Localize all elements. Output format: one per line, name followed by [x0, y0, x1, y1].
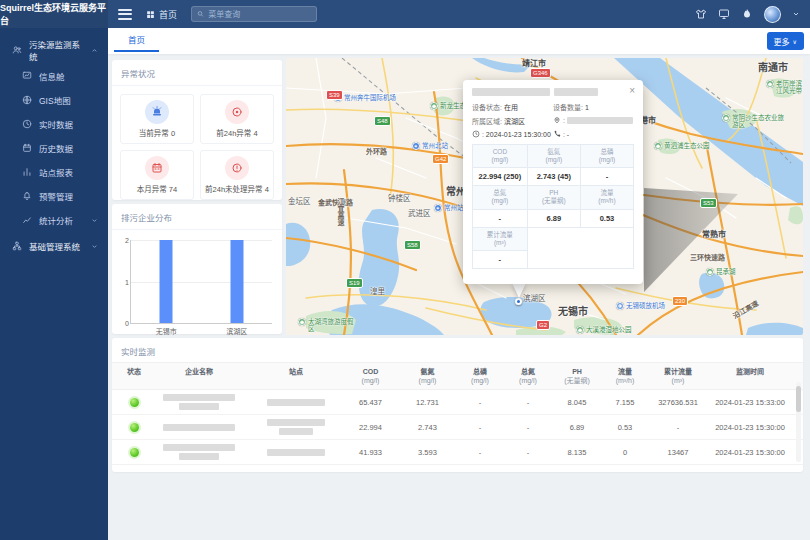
metric-value: -	[580, 168, 633, 186]
search-box[interactable]	[191, 6, 317, 22]
sidebar-item-预警管理[interactable]: 预警管理	[0, 184, 108, 208]
table-cell: 0.53	[602, 423, 648, 432]
table-cell: -	[456, 398, 504, 407]
sidebar-item-GIS地图[interactable]: GIS地图	[0, 88, 108, 112]
status-indicator-normal	[130, 423, 139, 432]
station-name-redacted	[279, 428, 313, 435]
more-button[interactable]: 更多 ∨	[767, 32, 804, 50]
road-badge-S39: S39	[326, 90, 343, 100]
table-cell	[148, 394, 250, 410]
clock-icon	[472, 130, 480, 138]
map-marker-pin[interactable]	[515, 298, 522, 305]
target-icon	[225, 100, 249, 124]
table-cell: 12.731	[399, 398, 456, 407]
sidebar-item-统计分析[interactable]: 统计分析	[0, 208, 108, 232]
screen-layout-icon[interactable]	[718, 8, 730, 20]
table-cell	[250, 449, 342, 456]
chart-bar	[230, 240, 243, 323]
tab-home[interactable]: 首页	[114, 28, 159, 52]
popup-time-value: 2024-01-23 15:30:00	[486, 131, 551, 138]
search-input[interactable]	[208, 10, 311, 19]
table-row[interactable]: 22.9942.743--6.890.53-2024-01-23 15:30:0…	[112, 415, 803, 440]
map-label-常阴沙生态农业旅游区: ♣常阴沙生态农业旅游区	[722, 114, 784, 129]
hamburger-menu-icon[interactable]	[118, 9, 132, 20]
metric-value: -	[473, 209, 528, 227]
map-label-三环快速路: 三环快速路	[690, 254, 725, 262]
table-cell	[148, 424, 250, 431]
table-cell: 2024-01-23 15:30:00	[708, 423, 792, 432]
metric-value: -	[473, 250, 528, 268]
abnormal-card[interactable]: 前24h未处理异常 4	[200, 150, 274, 200]
scrollbar-thumb[interactable]	[796, 386, 801, 412]
abnormal-card[interactable]: 当前异常 0	[120, 94, 194, 144]
abnormal-cards: 当前异常 0前24h异常 4本月异常 74前24h未处理异常 4	[112, 86, 282, 208]
metric-value: 22.994 (250)	[473, 168, 528, 186]
column-header-COD: COD(mg/l)	[342, 367, 399, 385]
poi-label: 常州北站	[422, 142, 448, 149]
table-cell: 8.135	[552, 448, 602, 457]
table-row[interactable]: 41.9333.593--8.1350134672024-01-23 15:30…	[112, 440, 803, 465]
popup-fields: 设备状态: 在用 设备数量: 1 所属区域: 滨湖区 : : 2024-01-2…	[472, 102, 634, 138]
device-count-value: 1	[585, 104, 589, 111]
metric-value: 6.89	[527, 209, 580, 227]
tab-bar: 首页 更多 ∨	[108, 28, 810, 54]
map-label-沿江高速: 沿江高速	[732, 300, 760, 321]
map-label-湟里: 湟里	[370, 288, 385, 297]
avatar[interactable]	[764, 6, 781, 23]
sidebar-item-label: 站点报表	[39, 166, 73, 178]
table-row[interactable]: 65.43712.731--8.0457.155327636.5312024-0…	[112, 390, 803, 415]
abnormal-card[interactable]: 本月异常 74	[120, 150, 194, 200]
sidebar-item-站点报表[interactable]: 站点报表	[0, 160, 108, 184]
chevron-down-icon	[91, 243, 98, 250]
station-name-redacted	[267, 419, 325, 426]
address-redacted	[567, 117, 633, 124]
sidebar-item-label: 信息舱	[39, 70, 65, 82]
table-cell	[120, 423, 148, 432]
road-badge-G2: G2	[536, 320, 550, 330]
topbar-actions	[695, 6, 810, 23]
map-canvas[interactable]: 靖江市南通市常州市无锡市常熟市张家港市钟楼区武进区金坛区湟里滨湖区金武快速路三环…	[286, 58, 803, 335]
sidebar-item-label: GIS地图	[39, 94, 71, 106]
flame-icon[interactable]	[741, 8, 753, 20]
status-indicator-normal	[130, 398, 139, 407]
scrollbar[interactable]	[796, 382, 801, 462]
map-label-黄泗浦生态公园: ♣黄泗浦生态公园	[654, 142, 710, 150]
column-header-累计流量: 累计流量(m³)	[648, 367, 708, 385]
sidebar-item-实时数据[interactable]: 实时数据	[0, 112, 108, 136]
chart-x-label: 无锡市	[156, 326, 177, 336]
clock-icon	[22, 119, 32, 129]
device-status-value: 在用	[504, 104, 518, 111]
table-cell: -	[456, 423, 504, 432]
y-tick: 2	[119, 237, 129, 244]
sidebar-item-信息舱[interactable]: 信息舱	[0, 64, 108, 88]
breadcrumb[interactable]: 首页	[146, 8, 177, 21]
alarm-icon	[22, 191, 32, 201]
map-label-昆承湖: ♣昆承湖	[706, 268, 736, 276]
sidebar-item-基础管理系统[interactable]: 基础管理系统	[0, 232, 108, 260]
poi-label: 昆承湖	[716, 268, 736, 275]
table-cell: 2.743	[399, 423, 456, 432]
abnormal-card[interactable]: 前24h异常 4	[200, 94, 274, 144]
users-icon	[12, 45, 22, 55]
table-cell: 2024-01-23 15:30:00	[708, 448, 792, 457]
map-label-常熟市: 常熟市	[702, 230, 726, 239]
column-header-状态: 状态	[120, 367, 148, 385]
history-icon	[22, 143, 32, 153]
map-label-南通市: 南通市	[758, 62, 788, 74]
table-cell	[250, 419, 342, 435]
chevron-down-icon[interactable]	[792, 10, 800, 18]
chevron-up-icon	[91, 47, 98, 54]
panel-title: 异常状况	[112, 60, 282, 86]
sidebar-item-历史数据[interactable]: 历史数据	[0, 136, 108, 160]
popup-pointer	[512, 283, 526, 298]
table-cell: -	[504, 448, 552, 457]
map-label-武进区: 武进区	[408, 210, 431, 219]
company-name-redacted	[163, 424, 235, 431]
poi-label: 黄泗浦生态公园	[664, 142, 710, 149]
theme-skin-icon[interactable]	[695, 8, 707, 20]
table-cell: 6.89	[552, 423, 602, 432]
close-icon[interactable]: ×	[629, 85, 635, 96]
enterprise-distribution-panel: 排污企业分布 2 1 0 无锡市滨湖区	[112, 204, 282, 334]
table-cell: 41.933	[342, 448, 399, 457]
sidebar-item-污染源监测系统[interactable]: 污染源监测系统	[0, 36, 108, 64]
